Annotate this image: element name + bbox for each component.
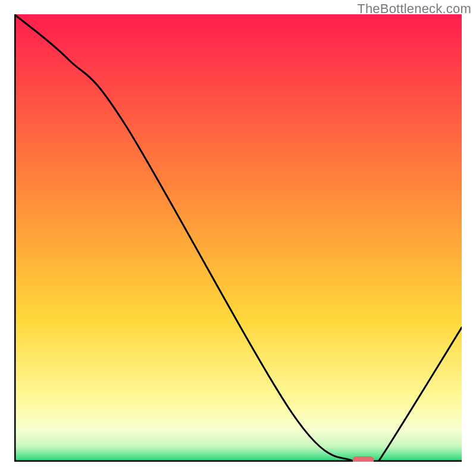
optimal-marker <box>353 456 374 462</box>
chart-svg <box>14 14 462 462</box>
bottleneck-chart <box>14 14 462 462</box>
watermark-text: TheBottleneck.com <box>357 1 471 17</box>
plot-background <box>14 14 462 462</box>
markers-group <box>353 456 374 462</box>
